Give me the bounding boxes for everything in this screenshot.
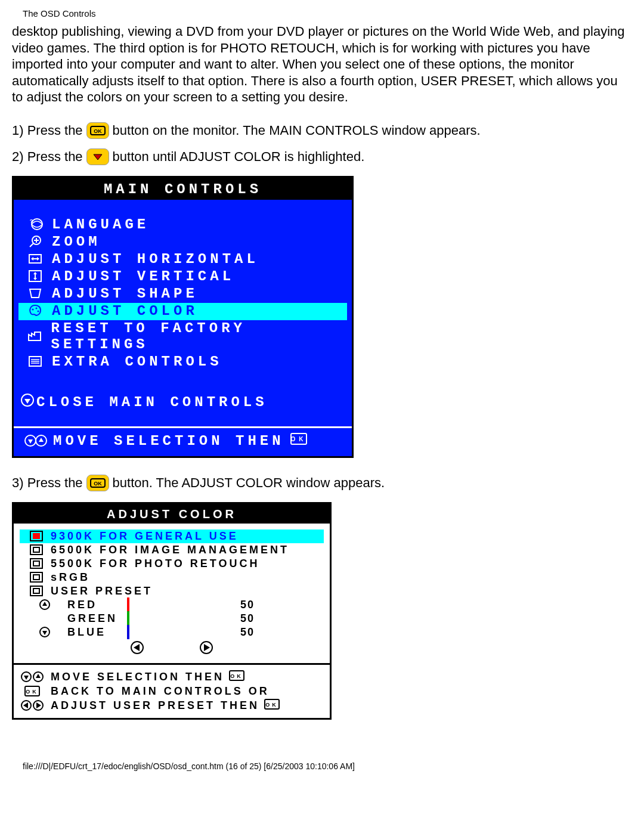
svg-rect-39 (33, 561, 39, 566)
svg-rect-36 (30, 545, 42, 555)
menu-label: ADJUST VERTICAL (52, 268, 234, 284)
slider-value: 50 (228, 599, 258, 611)
svg-text:OK: OK (94, 481, 102, 487)
step-3: 3) Press the OK button. The ADJUST COLOR… (12, 475, 632, 491)
slider-red[interactable]: RED 50 (20, 598, 324, 612)
slider-blue[interactable]: BLUE 50 (20, 625, 324, 639)
selected-box-icon (22, 531, 51, 541)
svg-text:OK: OK (265, 702, 278, 708)
step-1-text-b: button on the monitor. The MAIN CONTROLS… (113, 123, 481, 138)
menu-item-zoom[interactable]: ZOOM (18, 234, 347, 251)
svg-text:OK: OK (290, 436, 306, 442)
palette-icon (18, 303, 52, 318)
main-controls-footer: MOVE SELECTION THEN OK (14, 426, 352, 456)
close-icon (18, 392, 36, 412)
slider-label: BLUE (67, 626, 127, 639)
down-indicator-icon (22, 627, 67, 637)
menu-label: ADJUST SHAPE (52, 286, 198, 302)
horizontal-icon (18, 251, 52, 267)
menu-label: EXTRA CONTROLS (52, 354, 222, 370)
svg-marker-49 (134, 644, 140, 651)
color-item-user-preset[interactable]: USER PRESET (20, 584, 324, 598)
svg-line-6 (30, 243, 33, 247)
box-icon (22, 544, 51, 555)
main-controls-osd: MAIN CONTROLS ? LANGUAGE ZOOM ADJUST HOR… (12, 176, 354, 458)
svg-marker-11 (31, 257, 33, 261)
svg-text:OK: OK (94, 128, 102, 134)
up-down-icon (18, 433, 53, 448)
slider-green[interactable]: GREEN 50 (20, 612, 324, 625)
menu-item-adjust-vertical[interactable]: ADJUST VERTICAL (18, 268, 347, 286)
box-icon (22, 586, 51, 596)
intro-paragraph: desktop publishing, viewing a DVD from y… (12, 23, 632, 106)
svg-point-17 (32, 309, 34, 311)
adjust-color-footer: MOVE SELECTION THEN OK OK BACK TO MAIN C… (14, 663, 330, 718)
svg-rect-35 (33, 533, 40, 539)
color-item-srgb[interactable]: sRGB (20, 571, 324, 584)
menu-item-extra-controls[interactable]: EXTRA CONTROLS (18, 354, 347, 371)
up-indicator-icon (22, 599, 67, 610)
menu-item-close[interactable]: CLOSE MAIN CONTROLS (18, 392, 347, 412)
factory-icon (18, 329, 51, 344)
ok-icon: OK (229, 670, 244, 684)
menu-item-language[interactable]: ? LANGUAGE (18, 216, 347, 234)
svg-marker-12 (37, 257, 39, 261)
footer-text-2: BACK TO MAIN CONTROLS OR (51, 685, 270, 698)
main-controls-title: MAIN CONTROLS (14, 178, 352, 200)
ok-icon: OK (18, 686, 46, 696)
svg-rect-37 (33, 547, 39, 552)
footer-text-3: ADJUST USER PRESET THEN (51, 699, 259, 712)
menu-item-adjust-shape[interactable]: ADJUST SHAPE (18, 286, 347, 303)
up-down-icon (18, 671, 46, 683)
step-2-text-a: 2) Press the (12, 149, 83, 165)
menu-item-adjust-color[interactable]: ADJUST COLOR (18, 303, 347, 320)
step-3-text-b: button. The ADJUST COLOR window appears. (113, 475, 385, 491)
step-2-text-b: button until ADJUST COLOR is highlighted… (113, 149, 365, 165)
svg-marker-51 (204, 644, 210, 651)
globe-icon: ? (18, 216, 52, 232)
ok-button-icon: OK (86, 122, 109, 139)
close-label: CLOSE MAIN CONTROLS (36, 394, 268, 410)
svg-marker-27 (28, 439, 33, 444)
page-footer-path: file:///D|/EDFU/crt_17/edoc/english/OSD/… (23, 761, 632, 771)
green-bar (127, 611, 129, 625)
blue-bar (127, 625, 129, 639)
menu-item-adjust-horizontal[interactable]: ADJUST HORIZONTAL (18, 251, 347, 268)
svg-marker-2 (94, 154, 102, 160)
ok-button-icon: OK (86, 475, 109, 491)
svg-rect-41 (33, 575, 39, 580)
color-item-5500k[interactable]: 5500K FOR PHOTO RETOUCH (20, 557, 324, 571)
svg-marker-15 (33, 272, 37, 274)
menu-label: RESET TO FACTORY SETTINGS (51, 320, 347, 352)
shape-icon (18, 286, 52, 301)
ok-icon: OK (290, 433, 307, 449)
color-item-9300k[interactable]: 9300K FOR GENERAL USE (20, 529, 324, 543)
adjust-color-title: ADJUST COLOR (14, 504, 330, 524)
left-right-icon (18, 699, 46, 711)
svg-text:OK: OK (26, 689, 39, 695)
step-1-text-a: 1) Press the (12, 123, 83, 138)
svg-rect-42 (30, 586, 42, 596)
item-label: sRGB (51, 571, 90, 584)
footer-text: MOVE SELECTION THEN (53, 433, 284, 449)
color-item-6500k[interactable]: 6500K FOR IMAGE MANAGEMENT (20, 543, 324, 557)
slider-label: RED (67, 599, 127, 611)
down-arrow-button-icon (86, 148, 109, 165)
svg-marker-63 (36, 702, 41, 708)
box-icon (22, 558, 51, 569)
item-label: 6500K FOR IMAGE MANAGEMENT (51, 544, 289, 556)
zoom-icon (18, 234, 52, 249)
svg-point-19 (38, 311, 39, 312)
svg-rect-43 (33, 589, 39, 593)
slider-value: 50 (228, 626, 258, 639)
box-icon (22, 572, 51, 583)
red-bar (127, 597, 129, 612)
svg-rect-38 (30, 559, 42, 568)
menu-item-reset[interactable]: RESET TO FACTORY SETTINGS (18, 320, 347, 354)
list-icon (18, 354, 52, 369)
svg-marker-61 (23, 702, 28, 708)
item-label: USER PRESET (51, 585, 153, 597)
item-label: 5500K FOR PHOTO RETOUCH (51, 558, 259, 570)
menu-label: LANGUAGE (52, 216, 149, 233)
menu-label: ZOOM (52, 234, 101, 250)
